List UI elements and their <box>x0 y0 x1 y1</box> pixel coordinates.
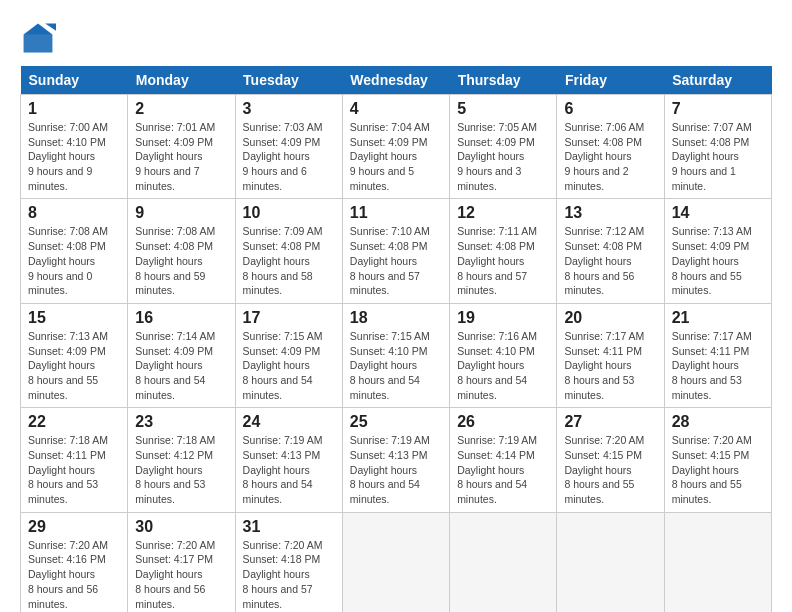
calendar-week-row: 29 Sunrise: 7:20 AM Sunset: 4:16 PM Dayl… <box>21 512 772 612</box>
day-info: Sunrise: 7:20 AM Sunset: 4:16 PM Dayligh… <box>28 538 120 611</box>
sunset-label: Sunset: 4:08 PM <box>135 240 213 252</box>
daylight-label: Daylight hours <box>564 150 631 162</box>
sunset-label: Sunset: 4:13 PM <box>243 449 321 461</box>
calendar-cell: 27 Sunrise: 7:20 AM Sunset: 4:15 PM Dayl… <box>557 408 664 512</box>
sunrise-label: Sunrise: 7:03 AM <box>243 121 323 133</box>
sunrise-label: Sunrise: 7:20 AM <box>135 539 215 551</box>
day-info: Sunrise: 7:20 AM Sunset: 4:15 PM Dayligh… <box>564 433 656 506</box>
sunset-label: Sunset: 4:09 PM <box>135 345 213 357</box>
calendar-cell: 4 Sunrise: 7:04 AM Sunset: 4:09 PM Dayli… <box>342 95 449 199</box>
daylight-label: Daylight hours <box>243 255 310 267</box>
daylight-value: 8 hours and 55 minutes. <box>564 478 634 505</box>
sunset-label: Sunset: 4:15 PM <box>672 449 750 461</box>
sunset-label: Sunset: 4:09 PM <box>350 136 428 148</box>
page-header <box>20 20 772 56</box>
day-number: 1 <box>28 100 120 118</box>
daylight-value: 8 hours and 57 minutes. <box>243 583 313 610</box>
day-number: 16 <box>135 309 227 327</box>
daylight-value: 8 hours and 54 minutes. <box>457 478 527 505</box>
day-info: Sunrise: 7:05 AM Sunset: 4:09 PM Dayligh… <box>457 120 549 193</box>
day-number: 5 <box>457 100 549 118</box>
daylight-label: Daylight hours <box>457 255 524 267</box>
daylight-label: Daylight hours <box>135 464 202 476</box>
sunrise-label: Sunrise: 7:12 AM <box>564 225 644 237</box>
daylight-value: 8 hours and 54 minutes. <box>135 374 205 401</box>
day-number: 20 <box>564 309 656 327</box>
day-info: Sunrise: 7:20 AM Sunset: 4:17 PM Dayligh… <box>135 538 227 611</box>
sunset-label: Sunset: 4:09 PM <box>135 136 213 148</box>
day-number: 21 <box>672 309 764 327</box>
day-info: Sunrise: 7:10 AM Sunset: 4:08 PM Dayligh… <box>350 224 442 297</box>
sunrise-label: Sunrise: 7:00 AM <box>28 121 108 133</box>
calendar-cell: 14 Sunrise: 7:13 AM Sunset: 4:09 PM Dayl… <box>664 199 771 303</box>
weekday-header-row: SundayMondayTuesdayWednesdayThursdayFrid… <box>21 66 772 95</box>
daylight-value: 8 hours and 55 minutes. <box>672 270 742 297</box>
calendar-week-row: 22 Sunrise: 7:18 AM Sunset: 4:11 PM Dayl… <box>21 408 772 512</box>
sunrise-label: Sunrise: 7:16 AM <box>457 330 537 342</box>
daylight-value: 8 hours and 59 minutes. <box>135 270 205 297</box>
day-number: 9 <box>135 204 227 222</box>
day-number: 19 <box>457 309 549 327</box>
daylight-value: 8 hours and 54 minutes. <box>243 374 313 401</box>
day-number: 31 <box>243 518 335 536</box>
weekday-header: Thursday <box>450 66 557 95</box>
calendar-cell: 11 Sunrise: 7:10 AM Sunset: 4:08 PM Dayl… <box>342 199 449 303</box>
day-info: Sunrise: 7:04 AM Sunset: 4:09 PM Dayligh… <box>350 120 442 193</box>
calendar-table: SundayMondayTuesdayWednesdayThursdayFrid… <box>20 66 772 612</box>
daylight-value: 8 hours and 58 minutes. <box>243 270 313 297</box>
sunset-label: Sunset: 4:10 PM <box>457 345 535 357</box>
calendar-cell: 1 Sunrise: 7:00 AM Sunset: 4:10 PM Dayli… <box>21 95 128 199</box>
day-number: 17 <box>243 309 335 327</box>
day-info: Sunrise: 7:08 AM Sunset: 4:08 PM Dayligh… <box>135 224 227 297</box>
calendar-cell: 21 Sunrise: 7:17 AM Sunset: 4:11 PM Dayl… <box>664 303 771 407</box>
calendar-cell: 17 Sunrise: 7:15 AM Sunset: 4:09 PM Dayl… <box>235 303 342 407</box>
sunset-label: Sunset: 4:11 PM <box>672 345 750 357</box>
daylight-value: 9 hours and 1 minute. <box>672 165 736 192</box>
day-info: Sunrise: 7:08 AM Sunset: 4:08 PM Dayligh… <box>28 224 120 297</box>
sunset-label: Sunset: 4:14 PM <box>457 449 535 461</box>
calendar-cell: 2 Sunrise: 7:01 AM Sunset: 4:09 PM Dayli… <box>128 95 235 199</box>
sunrise-label: Sunrise: 7:20 AM <box>28 539 108 551</box>
daylight-value: 8 hours and 53 minutes. <box>28 478 98 505</box>
day-info: Sunrise: 7:13 AM Sunset: 4:09 PM Dayligh… <box>672 224 764 297</box>
daylight-value: 9 hours and 6 minutes. <box>243 165 307 192</box>
day-info: Sunrise: 7:18 AM Sunset: 4:12 PM Dayligh… <box>135 433 227 506</box>
weekday-header: Saturday <box>664 66 771 95</box>
day-number: 22 <box>28 413 120 431</box>
day-info: Sunrise: 7:17 AM Sunset: 4:11 PM Dayligh… <box>672 329 764 402</box>
daylight-label: Daylight hours <box>672 150 739 162</box>
day-number: 15 <box>28 309 120 327</box>
daylight-label: Daylight hours <box>672 255 739 267</box>
day-info: Sunrise: 7:16 AM Sunset: 4:10 PM Dayligh… <box>457 329 549 402</box>
day-number: 24 <box>243 413 335 431</box>
daylight-value: 8 hours and 55 minutes. <box>28 374 98 401</box>
daylight-label: Daylight hours <box>28 464 95 476</box>
sunset-label: Sunset: 4:10 PM <box>28 136 106 148</box>
daylight-label: Daylight hours <box>28 255 95 267</box>
calendar-cell: 6 Sunrise: 7:06 AM Sunset: 4:08 PM Dayli… <box>557 95 664 199</box>
calendar-cell: 7 Sunrise: 7:07 AM Sunset: 4:08 PM Dayli… <box>664 95 771 199</box>
sunrise-label: Sunrise: 7:19 AM <box>350 434 430 446</box>
sunrise-label: Sunrise: 7:06 AM <box>564 121 644 133</box>
sunset-label: Sunset: 4:18 PM <box>243 553 321 565</box>
day-info: Sunrise: 7:19 AM Sunset: 4:13 PM Dayligh… <box>243 433 335 506</box>
svg-marker-1 <box>45 24 56 31</box>
calendar-cell: 10 Sunrise: 7:09 AM Sunset: 4:08 PM Dayl… <box>235 199 342 303</box>
sunset-label: Sunset: 4:09 PM <box>457 136 535 148</box>
daylight-label: Daylight hours <box>243 568 310 580</box>
logo-icon <box>20 20 56 56</box>
sunrise-label: Sunrise: 7:07 AM <box>672 121 752 133</box>
calendar-cell: 5 Sunrise: 7:05 AM Sunset: 4:09 PM Dayli… <box>450 95 557 199</box>
sunset-label: Sunset: 4:13 PM <box>350 449 428 461</box>
day-number: 27 <box>564 413 656 431</box>
sunset-label: Sunset: 4:08 PM <box>564 240 642 252</box>
day-info: Sunrise: 7:15 AM Sunset: 4:09 PM Dayligh… <box>243 329 335 402</box>
daylight-value: 9 hours and 7 minutes. <box>135 165 199 192</box>
calendar-cell <box>557 512 664 612</box>
calendar-cell: 13 Sunrise: 7:12 AM Sunset: 4:08 PM Dayl… <box>557 199 664 303</box>
sunrise-label: Sunrise: 7:20 AM <box>672 434 752 446</box>
sunset-label: Sunset: 4:12 PM <box>135 449 213 461</box>
daylight-label: Daylight hours <box>243 359 310 371</box>
day-info: Sunrise: 7:07 AM Sunset: 4:08 PM Dayligh… <box>672 120 764 193</box>
day-number: 4 <box>350 100 442 118</box>
